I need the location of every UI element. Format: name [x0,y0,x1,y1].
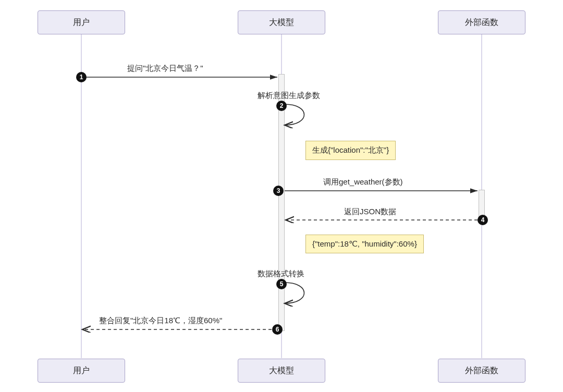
actor-user-label: 用户 [73,17,90,28]
msg-2-label: 解析意图生成参数 [258,91,320,101]
actor-model-bottom: 大模型 [238,359,325,383]
actor-model-label-b: 大模型 [269,365,294,376]
note-1-text: 生成{"location":"北京"} [312,145,389,154]
activation-model [278,74,285,331]
msg-4-label: 返回JSON数据 [344,207,396,217]
msg-5-label: 数据格式转换 [258,269,304,279]
actor-external-bottom: 外部函数 [438,359,525,383]
msg-1-label: 提问"北京今日气温？" [127,64,203,74]
step-3: 3 [273,186,284,196]
note-2: {"temp":18℃, "humidity":60%} [305,235,424,253]
actor-model-top: 大模型 [238,10,325,34]
lifeline-user [81,34,82,358]
msg-6-label: 整合回复"北京今日18℃，湿度60%" [99,316,222,326]
actor-model-label: 大模型 [269,17,294,28]
step-4: 4 [478,215,488,225]
actor-user-top: 用户 [38,10,125,34]
actor-user-label-b: 用户 [73,365,90,376]
step-5: 5 [276,279,287,289]
step-1: 1 [76,72,87,82]
msg-3-label: 调用get_weather(参数) [323,177,403,187]
actor-external-label: 外部函数 [465,17,498,28]
actor-external-label-b: 外部函数 [465,365,498,376]
note-2-text: {"temp":18℃, "humidity":60%} [312,239,417,248]
actor-user-bottom: 用户 [38,359,125,383]
step-6: 6 [272,324,283,335]
step-2: 2 [276,101,287,111]
note-1: 生成{"location":"北京"} [305,141,396,160]
actor-external-top: 外部函数 [438,10,525,34]
sequence-diagram: 用户 大模型 外部函数 用户 大模型 外部函数 model ( [0,0,563,392]
